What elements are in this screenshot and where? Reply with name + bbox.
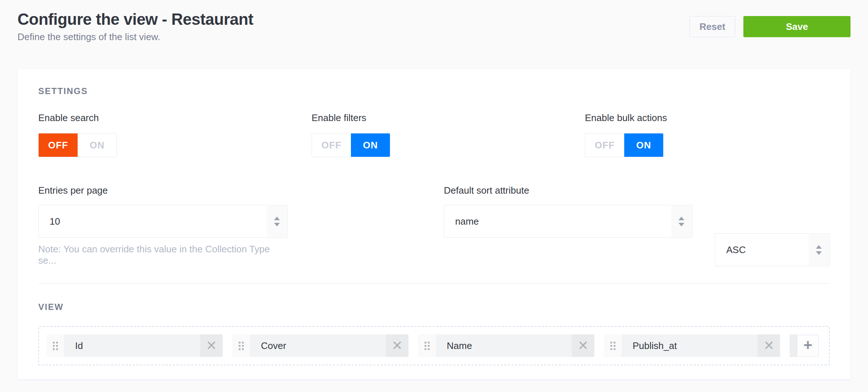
view-fields-dropzone[interactable]: Id ✕ Cover ✕ Name ✕ Publish_at ✕ [38,326,830,365]
header-titles: Configure the view - Restaurant Define t… [17,10,253,43]
drag-handle-icon[interactable] [418,334,437,357]
field-chip-label: Cover [251,334,386,357]
add-field-area: + [790,334,819,357]
page-header: Configure the view - Restaurant Define t… [0,0,868,69]
field-chip-label: Id [65,334,200,357]
plus-icon[interactable]: + [797,335,819,357]
close-icon[interactable]: ✕ [572,334,594,357]
field-chip-cover[interactable]: Cover ✕ [232,334,408,357]
field-chip-label: Publish_at [622,334,758,357]
entries-per-page-value: 10 [50,216,60,227]
close-icon[interactable]: ✕ [200,334,223,357]
selects-row: Entries per page 10 Note: You can overri… [38,185,830,266]
enable-search-label: Enable search [38,112,312,124]
enable-search-toggle[interactable]: OFF ON [38,133,117,157]
drag-handle-icon[interactable] [604,334,622,357]
enable-search-on-segment[interactable]: ON [78,133,117,157]
enable-bulk-actions-label: Enable bulk actions [585,112,858,124]
field-chip-id[interactable]: Id ✕ [46,334,223,357]
view-section-title: VIEW [38,302,830,312]
enable-search-off-segment[interactable]: OFF [39,133,78,157]
enable-filters-label: Enable filters [312,112,585,124]
up-down-arrows-icon[interactable] [671,206,692,237]
enable-bulk-actions-toggle[interactable]: OFF ON [585,133,664,157]
page-subtitle: Define the settings of the list view. [17,31,253,43]
enable-filters-toggle[interactable]: OFF ON [312,133,390,157]
drag-handle-icon[interactable] [232,334,251,357]
header-actions: Reset Save [689,10,851,37]
enable-bulk-actions-off-segment[interactable]: OFF [585,133,624,157]
close-icon[interactable]: ✕ [758,334,780,357]
default-sort-value: name [455,216,479,227]
page-title: Configure the view - Restaurant [17,10,253,28]
enable-filters-off-segment[interactable]: OFF [312,133,351,157]
save-button[interactable]: Save [743,16,851,37]
default-sort-label: Default sort attribute [444,185,692,196]
enable-search-field: Enable search OFF ON [38,112,312,157]
enable-filters-field: Enable filters OFF ON [312,112,585,157]
settings-section-title: SETTINGS [38,86,830,96]
field-chip-publish-at[interactable]: Publish_at ✕ [604,334,780,357]
default-sort-select[interactable]: name [444,205,692,238]
up-down-arrows-icon[interactable] [809,234,829,265]
entries-per-page-note: Note: You can override this value in the… [38,244,288,266]
toggles-row: Enable search OFF ON Enable filters OFF … [38,112,830,157]
enable-bulk-actions-on-segment[interactable]: ON [624,133,663,157]
sort-order-value: ASC [726,244,746,256]
field-chip-name[interactable]: Name ✕ [418,334,594,357]
sort-order-select[interactable]: ASC [715,233,830,266]
section-divider [38,283,830,284]
add-field-strip [790,334,797,357]
field-chip-label: Name [437,334,572,357]
reset-button[interactable]: Reset [689,16,735,37]
default-sort-field: Default sort attribute name [444,185,692,266]
close-icon[interactable]: ✕ [386,334,408,357]
entries-per-page-label: Entries per page [38,185,288,196]
enable-filters-on-segment[interactable]: ON [351,133,390,157]
enable-bulk-actions-field: Enable bulk actions OFF ON [585,112,858,157]
entries-per-page-select[interactable]: 10 [38,205,288,238]
up-down-arrows-icon[interactable] [267,206,287,237]
sort-order-field: ASC [715,185,830,266]
configure-view-card: SETTINGS Enable search OFF ON Enable fil… [17,69,851,379]
drag-handle-icon[interactable] [46,334,65,357]
entries-per-page-field: Entries per page 10 Note: You can overri… [38,185,288,266]
